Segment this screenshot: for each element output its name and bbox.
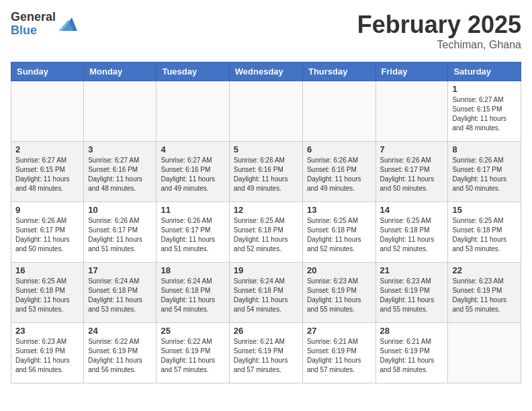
calendar-week-row: 23Sunrise: 6:23 AM Sunset: 6:19 PM Dayli… [11,323,521,383]
day-number: 10 [88,205,152,215]
calendar-cell [11,81,84,142]
day-info: Sunrise: 6:24 AM Sunset: 6:18 PM Dayligh… [161,277,224,314]
logo-icon [58,14,79,34]
calendar-cell: 24Sunrise: 6:22 AM Sunset: 6:19 PM Dayli… [84,323,157,383]
day-info: Sunrise: 6:22 AM Sunset: 6:19 PM Dayligh… [88,337,152,375]
month-title: February 2025 [357,11,521,39]
day-info: Sunrise: 6:21 AM Sunset: 6:19 PM Dayligh… [234,337,298,375]
day-number: 3 [88,144,152,154]
calendar-cell: 26Sunrise: 6:21 AM Sunset: 6:19 PM Dayli… [229,323,302,383]
day-info: Sunrise: 6:26 AM Sunset: 6:17 PM Dayligh… [452,156,517,193]
calendar-cell: 21Sunrise: 6:23 AM Sunset: 6:19 PM Dayli… [375,263,448,323]
day-info: Sunrise: 6:26 AM Sunset: 6:17 PM Dayligh… [15,216,79,254]
day-info: Sunrise: 6:23 AM Sunset: 6:19 PM Dayligh… [307,277,371,314]
day-info: Sunrise: 6:24 AM Sunset: 6:18 PM Dayligh… [88,277,152,314]
day-number: 20 [307,265,371,275]
day-info: Sunrise: 6:26 AM Sunset: 6:17 PM Dayligh… [88,216,152,254]
day-info: Sunrise: 6:21 AM Sunset: 6:19 PM Dayligh… [307,337,371,375]
calendar-cell: 16Sunrise: 6:25 AM Sunset: 6:18 PM Dayli… [11,263,84,323]
day-info: Sunrise: 6:26 AM Sunset: 6:16 PM Dayligh… [307,156,371,193]
day-info: Sunrise: 6:21 AM Sunset: 6:19 PM Dayligh… [380,337,444,375]
calendar-cell: 25Sunrise: 6:22 AM Sunset: 6:19 PM Dayli… [157,323,229,383]
calendar-cell [229,81,302,142]
calendar-cell: 5Sunrise: 6:26 AM Sunset: 6:16 PM Daylig… [229,142,302,202]
day-info: Sunrise: 6:25 AM Sunset: 6:18 PM Dayligh… [380,216,444,254]
calendar-cell [84,81,157,142]
day-number: 18 [161,265,224,275]
day-info: Sunrise: 6:27 AM Sunset: 6:15 PM Dayligh… [15,156,79,193]
day-info: Sunrise: 6:25 AM Sunset: 6:18 PM Dayligh… [307,216,371,254]
day-number: 24 [88,326,152,336]
calendar-header-row: SundayMondayTuesdayWednesdayThursdayFrid… [11,62,521,81]
day-info: Sunrise: 6:23 AM Sunset: 6:19 PM Dayligh… [15,337,79,375]
calendar-header-saturday: Saturday [448,62,521,81]
calendar-table: SundayMondayTuesdayWednesdayThursdayFrid… [11,62,521,383]
day-info: Sunrise: 6:22 AM Sunset: 6:19 PM Dayligh… [161,337,224,375]
calendar-cell: 10Sunrise: 6:26 AM Sunset: 6:17 PM Dayli… [84,202,157,263]
day-number: 2 [15,144,79,154]
day-number: 13 [307,205,371,215]
calendar-cell: 1Sunrise: 6:27 AM Sunset: 6:15 PM Daylig… [448,81,521,142]
calendar-cell: 4Sunrise: 6:27 AM Sunset: 6:16 PM Daylig… [157,142,229,202]
day-number: 25 [161,326,224,336]
calendar-header-sunday: Sunday [11,62,84,81]
day-number: 11 [161,205,224,215]
day-number: 15 [452,205,517,215]
calendar-cell: 23Sunrise: 6:23 AM Sunset: 6:19 PM Dayli… [11,323,84,383]
calendar-cell: 28Sunrise: 6:21 AM Sunset: 6:19 PM Dayli… [375,323,448,383]
day-info: Sunrise: 6:25 AM Sunset: 6:18 PM Dayligh… [15,277,79,314]
day-number: 8 [452,144,517,154]
calendar-cell: 6Sunrise: 6:26 AM Sunset: 6:16 PM Daylig… [302,142,375,202]
calendar-header-tuesday: Tuesday [157,62,229,81]
calendar-cell: 9Sunrise: 6:26 AM Sunset: 6:17 PM Daylig… [11,202,84,263]
calendar-cell: 14Sunrise: 6:25 AM Sunset: 6:18 PM Dayli… [375,202,448,263]
calendar-week-row: 1Sunrise: 6:27 AM Sunset: 6:15 PM Daylig… [11,81,521,142]
day-number: 7 [380,144,444,154]
day-number: 23 [15,326,79,336]
day-info: Sunrise: 6:27 AM Sunset: 6:16 PM Dayligh… [161,156,224,193]
calendar-cell: 11Sunrise: 6:26 AM Sunset: 6:17 PM Dayli… [157,202,229,263]
day-info: Sunrise: 6:27 AM Sunset: 6:15 PM Dayligh… [452,95,517,133]
day-number: 26 [234,326,298,336]
calendar-cell: 3Sunrise: 6:27 AM Sunset: 6:16 PM Daylig… [84,142,157,202]
day-info: Sunrise: 6:27 AM Sunset: 6:16 PM Dayligh… [88,156,152,193]
calendar-cell [302,81,375,142]
day-number: 19 [234,265,298,275]
calendar-cell: 15Sunrise: 6:25 AM Sunset: 6:18 PM Dayli… [448,202,521,263]
calendar-header-monday: Monday [84,62,157,81]
calendar-cell: 2Sunrise: 6:27 AM Sunset: 6:15 PM Daylig… [11,142,84,202]
day-info: Sunrise: 6:23 AM Sunset: 6:19 PM Dayligh… [380,277,444,314]
calendar-week-row: 2Sunrise: 6:27 AM Sunset: 6:15 PM Daylig… [11,142,521,202]
day-info: Sunrise: 6:26 AM Sunset: 6:17 PM Dayligh… [380,156,444,193]
calendar-cell: 13Sunrise: 6:25 AM Sunset: 6:18 PM Dayli… [302,202,375,263]
calendar-cell: 22Sunrise: 6:23 AM Sunset: 6:19 PM Dayli… [448,263,521,323]
calendar-week-row: 9Sunrise: 6:26 AM Sunset: 6:17 PM Daylig… [11,202,521,263]
calendar-week-row: 16Sunrise: 6:25 AM Sunset: 6:18 PM Dayli… [11,263,521,323]
calendar-header-friday: Friday [375,62,448,81]
day-number: 1 [452,84,517,94]
day-number: 28 [380,326,444,336]
calendar-header-thursday: Thursday [302,62,375,81]
location: Techiman, Ghana [357,39,521,51]
day-number: 5 [234,144,298,154]
day-info: Sunrise: 6:25 AM Sunset: 6:18 PM Dayligh… [452,216,517,254]
day-info: Sunrise: 6:23 AM Sunset: 6:19 PM Dayligh… [452,277,517,314]
day-number: 17 [88,265,152,275]
calendar-cell [375,81,448,142]
day-number: 16 [15,265,79,275]
logo-general-text: General [11,11,56,24]
day-number: 21 [380,265,444,275]
calendar-cell: 19Sunrise: 6:24 AM Sunset: 6:18 PM Dayli… [229,263,302,323]
day-number: 4 [161,144,224,154]
calendar-header-wednesday: Wednesday [229,62,302,81]
calendar-cell [157,81,229,142]
day-info: Sunrise: 6:24 AM Sunset: 6:18 PM Dayligh… [234,277,298,314]
title-block: February 2025 Techiman, Ghana [357,11,521,51]
calendar-cell: 12Sunrise: 6:25 AM Sunset: 6:18 PM Dayli… [229,202,302,263]
day-number: 12 [234,205,298,215]
day-number: 6 [307,144,371,154]
calendar-cell: 8Sunrise: 6:26 AM Sunset: 6:17 PM Daylig… [448,142,521,202]
logo-blue-text: Blue [11,24,56,38]
calendar-cell: 27Sunrise: 6:21 AM Sunset: 6:19 PM Dayli… [302,323,375,383]
day-number: 22 [452,265,517,275]
